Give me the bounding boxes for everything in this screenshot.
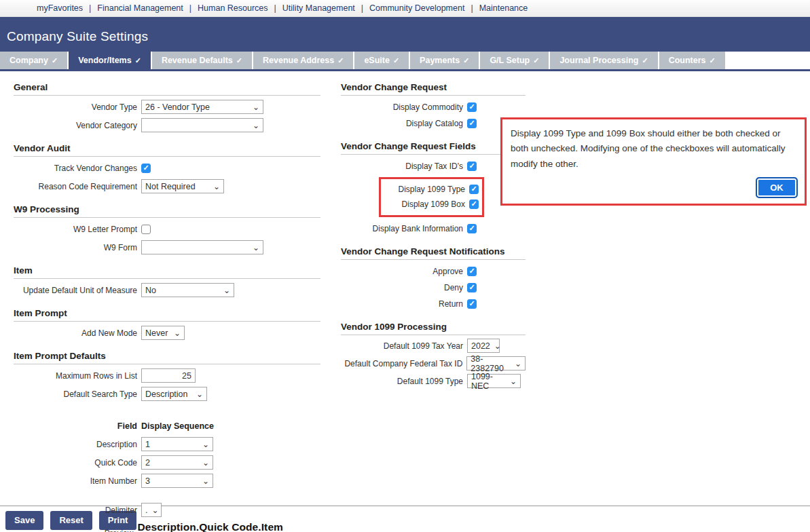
display-bank-information-label: Display Bank Information [341, 224, 463, 233]
reason-code-requirement-label: Reason Code Requirement [14, 182, 137, 191]
form-row: Update Default Unit of Measure No⌄ [14, 283, 320, 297]
maximum-rows-in-list-label: Maximum Rows in List [14, 371, 137, 381]
preview-label: Preview [14, 529, 133, 532]
nav-item-utility-management[interactable]: Utility Management [282, 3, 355, 13]
item-number-sequence-select[interactable]: 3⌄ [141, 474, 213, 488]
form-row: Default Search Type Description⌄ [14, 387, 320, 401]
form-row: Display Bank Information ✓ [341, 223, 526, 233]
top-navigation: myFavorites | Financial Management | Hum… [0, 0, 810, 17]
default-1099-tax-year-select[interactable]: 2022⌄ [467, 339, 500, 353]
tab-vendor-items[interactable]: Vendor/Items✓ [69, 52, 151, 69]
vendor-type-label: Vendor Type [14, 102, 137, 112]
form-row: W9 Letter Prompt ✓ [14, 224, 320, 234]
display-catalog-checkbox[interactable]: ✓ [467, 119, 477, 128]
w9-letter-prompt-checkbox[interactable]: ✓ [141, 225, 151, 234]
nav-separator: | [274, 3, 276, 13]
display-tax-ids-checkbox[interactable]: ✓ [467, 162, 477, 171]
page-title: Company Suite Settings [7, 29, 810, 44]
form-row: Quick Code 2⌄ [14, 455, 320, 470]
default-1099-type-select[interactable]: 1099-NEC⌄ [467, 374, 521, 388]
check-icon: ✓ [468, 284, 475, 291]
approve-label: Approve [341, 267, 463, 276]
chevron-down-icon: ⌄ [253, 244, 259, 251]
display-1099-box-label: Display 1099 Box [384, 200, 465, 209]
update-default-uom-label: Update Default Unit of Measure [14, 286, 137, 295]
maximum-rows-in-list-input[interactable] [141, 368, 196, 383]
add-new-mode-label: Add New Mode [14, 328, 137, 338]
tab-gl-setup[interactable]: G/L Setup✓ [480, 52, 549, 69]
form-row: Deny ✓ [341, 282, 526, 292]
form-row: Return ✓ [341, 299, 526, 309]
quick-code-sequence-select[interactable]: 2⌄ [141, 455, 213, 470]
tab-revenue-address[interactable]: Revenue Address✓ [253, 52, 353, 69]
check-icon: ✓ [468, 225, 475, 232]
nav-item-community-development[interactable]: Community Development [369, 3, 464, 13]
settings-tabstrip: Company✓ Vendor/Items✓ Revenue Defaults✓… [0, 52, 810, 71]
check-icon: ✓ [52, 56, 58, 64]
form-row: Vendor Type 26 - Vendor Type⌄ [14, 100, 320, 114]
nav-separator: | [361, 3, 363, 13]
tab-counters[interactable]: Counters✓ [659, 52, 725, 69]
check-icon: ✓ [393, 56, 399, 64]
check-icon: ✓ [337, 56, 344, 64]
delimiter-select[interactable]: .⌄ [141, 503, 162, 517]
add-new-mode-select[interactable]: Never⌄ [141, 326, 185, 340]
form-row: Reason Code Requirement Not Required⌄ [14, 179, 320, 193]
deny-checkbox[interactable]: ✓ [467, 283, 477, 292]
form-row: Item Number 3⌄ [14, 474, 320, 488]
check-icon: ✓ [468, 267, 475, 275]
approve-checkbox[interactable]: ✓ [467, 267, 477, 276]
alert-message: Display 1099 Type and 1099 Box should ei… [511, 126, 796, 172]
display-commodity-label: Display Commodity [341, 102, 463, 112]
nav-item-human-resources[interactable]: Human Resources [198, 3, 268, 13]
nav-item-maintenance[interactable]: Maintenance [479, 3, 528, 13]
item-number-sequence-label: Item Number [14, 476, 137, 486]
chevron-down-icon: ⌄ [151, 507, 158, 514]
chevron-down-icon: ⌄ [510, 378, 517, 385]
tab-journal-processing[interactable]: Journal Processing✓ [550, 52, 657, 69]
check-icon: ✓ [642, 56, 648, 64]
red-highlight-frame: Display 1099 Type ✓ Display 1099 Box ✓ [379, 177, 484, 217]
default-company-federal-tax-id-select[interactable]: 38-2382790⌄ [466, 356, 526, 370]
tab-esuite[interactable]: eSuite✓ [354, 52, 409, 69]
quick-code-sequence-label: Quick Code [14, 458, 137, 468]
update-default-uom-select[interactable]: No⌄ [141, 283, 234, 297]
default-search-type-select[interactable]: Description⌄ [141, 387, 207, 401]
display-commodity-checkbox[interactable]: ✓ [467, 102, 477, 112]
default-search-type-label: Default Search Type [14, 390, 137, 399]
check-icon: ✓ [463, 56, 469, 64]
form-row: Add New Mode Never⌄ [14, 326, 320, 340]
section-title-general: General [14, 75, 320, 96]
nav-item-myfavorites[interactable]: myFavorites [37, 3, 83, 13]
w9-form-label: W9 Form [14, 243, 137, 252]
chevron-down-icon: ⌄ [174, 330, 181, 337]
chevron-down-icon: ⌄ [202, 478, 209, 484]
ok-button[interactable]: OK [756, 177, 798, 198]
form-row: Display 1099 Box ✓ [384, 199, 479, 209]
display-1099-type-checkbox[interactable]: ✓ [469, 185, 479, 194]
display-bank-information-checkbox[interactable]: ✓ [467, 224, 477, 233]
default-1099-tax-year-label: Default 1099 Tax Year [341, 341, 463, 351]
preview-row: Preview Description.Quick Code.Item Numb… [14, 521, 320, 532]
w9-form-select[interactable]: ⌄ [141, 240, 263, 254]
display-1099-box-checkbox[interactable]: ✓ [469, 200, 479, 209]
display-tax-ids-label: Display Tax ID's [341, 162, 463, 171]
vendor-type-select[interactable]: 26 - Vendor Type⌄ [141, 100, 263, 114]
tab-payments[interactable]: Payments✓ [410, 52, 479, 69]
tab-revenue-defaults[interactable]: Revenue Defaults✓ [152, 52, 252, 69]
reason-code-requirement-select[interactable]: Not Required⌄ [141, 179, 224, 193]
return-checkbox[interactable]: ✓ [467, 299, 477, 309]
form-row: Delimiter .⌄ [14, 503, 320, 517]
display-sequence-column-header: Display Sequence [141, 421, 214, 431]
field-column-header: Field [14, 421, 137, 431]
section-title-item: Item [14, 259, 320, 279]
description-sequence-select[interactable]: 1⌄ [141, 437, 213, 451]
tab-company[interactable]: Company✓ [0, 52, 67, 69]
chevron-down-icon: ⌄ [515, 360, 521, 367]
vendor-category-select[interactable]: ⌄ [141, 118, 263, 132]
nav-item-financial-management[interactable]: Financial Management [97, 3, 183, 13]
track-vendor-changes-checkbox[interactable]: ✓ [141, 164, 151, 173]
form-row: Display 1099 Type ✓ [384, 184, 479, 194]
check-icon: ✓ [135, 56, 141, 64]
default-1099-type-label: Default 1099 Type [341, 377, 463, 386]
